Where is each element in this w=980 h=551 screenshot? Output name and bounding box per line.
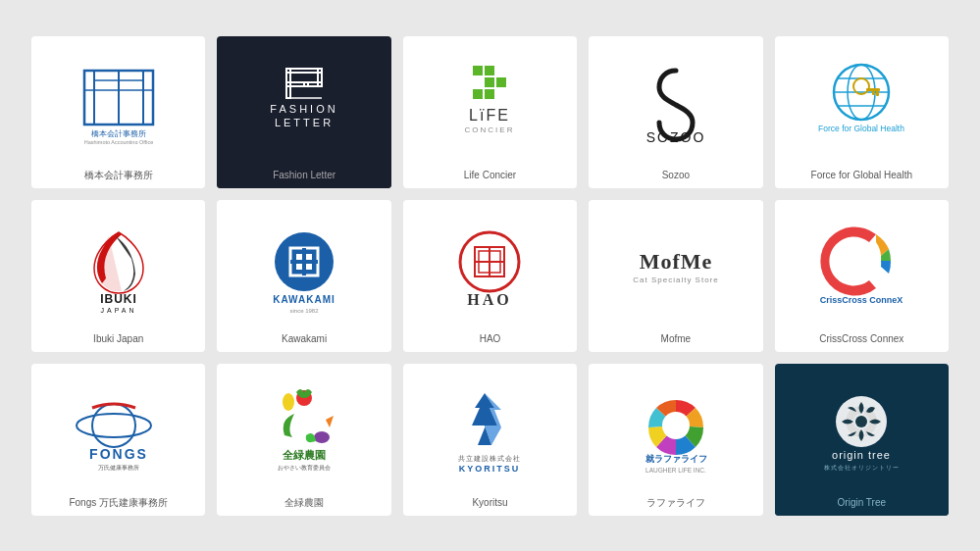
svg-rect-41 (290, 260, 318, 264)
svg-text:FONGS: FONGS (89, 446, 148, 462)
logo-label-hashimoto: 橋本会計事務所 (80, 164, 157, 188)
logo-label-kawakami: Kawakami (278, 327, 331, 352)
svg-rect-7 (286, 69, 322, 73)
logo-label-crisscross-connex: CrissCross Connex (815, 327, 907, 352)
logo-image-mofme: MofMe Cat Specialty Store (589, 200, 762, 327)
svg-rect-19 (485, 89, 494, 99)
logo-image-hao: HAO (403, 200, 577, 327)
logo-label-zenroku: 全緑農園 (281, 491, 328, 516)
logo-card-sozoo[interactable]: SOZOO SOZOO Sozoo (589, 36, 762, 188)
logo-image-hashimoto: 橋本会計事務所 Hashimoto Accounting Office (31, 36, 205, 164)
svg-text:CrissCross ConneX: CrissCross ConneX (820, 295, 903, 305)
logo-card-fashion-letter[interactable]: FASHION LETTER Fashion Letter (217, 36, 390, 188)
logo-label-life-concier: Life Concier (460, 164, 520, 188)
svg-rect-33 (872, 91, 875, 95)
svg-rect-32 (876, 91, 879, 96)
svg-text:LAUGHER LIFE INC.: LAUGHER LIFE INC. (645, 467, 706, 474)
svg-point-53 (92, 404, 135, 447)
logo-card-crisscross-connex[interactable]: CrissCross ConneX CrissCross Connex (775, 200, 949, 352)
svg-text:共立建設株式会社: 共立建設株式会社 (458, 455, 521, 463)
logo-label-laugher-life: ラファライフ (643, 491, 709, 516)
svg-text:全緑農園: 全緑農園 (283, 449, 326, 461)
logo-image-ibuki-japan: IBUKI JAPAN (31, 200, 205, 327)
svg-point-73 (855, 416, 867, 427)
svg-rect-16 (485, 66, 494, 75)
logo-card-life-concier[interactable]: LïFE CONCIER Life Concier (403, 36, 577, 188)
svg-point-60 (283, 393, 294, 411)
svg-text:HAO: HAO (468, 291, 512, 308)
svg-text:LïFE: LïFE (470, 107, 511, 124)
svg-point-67 (662, 412, 690, 439)
logo-card-kyoritsu[interactable]: 共立建設株式会社 KYORITSU Kyoritsu (403, 364, 577, 516)
logo-label-force-global-health: Force for Global Health (807, 164, 916, 188)
svg-text:おやさい教育委員会: おやさい教育委員会 (278, 464, 331, 471)
svg-text:橋本会計事務所: 橋本会計事務所 (91, 129, 146, 138)
logo-card-hashimoto[interactable]: 橋本会計事務所 Hashimoto Accounting Office 橋本会計… (31, 36, 205, 188)
logo-grid: 橋本会計事務所 Hashimoto Accounting Office 橋本会計… (0, 9, 980, 543)
logo-label-fashion-letter: Fashion Letter (217, 164, 390, 188)
svg-text:Force for Global Health: Force for Global Health (818, 124, 904, 133)
logo-image-laugher-life: 就ラファライフ LAUGHER LIFE INC. (589, 364, 762, 491)
svg-text:MofMe: MofMe (640, 249, 713, 274)
svg-text:Cat Specialty Store: Cat Specialty Store (633, 276, 718, 284)
logo-label-hao: HAO (476, 327, 505, 352)
svg-rect-18 (473, 89, 483, 99)
logo-card-force-global-health[interactable]: Force for Global Health Force for Global… (775, 36, 949, 188)
logo-label-origin-tree: Origin Tree (775, 491, 949, 516)
logo-card-fongs[interactable]: FONGS 万氏健康事務所 Fongs 万氏建康事務所 (31, 364, 205, 516)
logo-image-force-global-health: Force for Global Health (775, 36, 949, 164)
svg-text:万氏健康事務所: 万氏健康事務所 (98, 464, 139, 471)
svg-point-59 (314, 431, 330, 443)
svg-text:Hashimoto Accounting Office: Hashimoto Accounting Office (83, 139, 153, 144)
svg-text:就ラファライフ: 就ラファライフ (645, 454, 706, 464)
logo-card-ibuki-japan[interactable]: IBUKI JAPAN Ibuki Japan (31, 200, 205, 352)
logo-card-mofme[interactable]: MofMe Cat Specialty Store Mofme (589, 200, 762, 352)
svg-text:KAWAKAMI: KAWAKAMI (273, 294, 335, 305)
svg-rect-11 (304, 82, 322, 86)
svg-rect-15 (473, 66, 483, 75)
logo-card-kawakami[interactable]: KAWAKAMI since 1982 Kawakami (217, 200, 390, 352)
svg-text:JAPAN: JAPAN (100, 307, 136, 313)
svg-text:FASHION: FASHION (270, 103, 337, 115)
svg-point-54 (77, 414, 151, 437)
logo-label-ibuki-japan: Ibuki Japan (89, 327, 147, 352)
logo-label-mofme: Mofme (657, 327, 696, 352)
logo-image-fongs: FONGS 万氏健康事務所 (31, 364, 205, 491)
logo-image-kyoritsu: 共立建設株式会社 KYORITSU (403, 364, 577, 491)
svg-rect-31 (866, 88, 880, 91)
logo-image-crisscross-connex: CrissCross ConneX (775, 200, 949, 327)
svg-text:origin tree: origin tree (832, 449, 891, 461)
logo-image-zenroku: 全緑農園 おやさい教育委員会 (217, 364, 390, 491)
logo-card-hao[interactable]: HAO HAO (403, 200, 577, 352)
logo-card-zenroku[interactable]: 全緑農園 おやさい教育委員会 全緑農園 (217, 364, 390, 516)
svg-text:KYORITSU: KYORITSU (459, 464, 521, 474)
logo-label-kyoritsu: Kyoritsu (468, 491, 511, 516)
svg-rect-17 (485, 77, 494, 87)
svg-rect-20 (496, 77, 506, 87)
svg-text:株式会社オリジントリー: 株式会社オリジントリー (823, 465, 900, 471)
logo-image-fashion-letter: FASHION LETTER (217, 36, 390, 164)
logo-image-kawakami: KAWAKAMI since 1982 (217, 200, 390, 327)
logo-label-sozoo: Sozoo (658, 164, 694, 188)
svg-text:LETTER: LETTER (275, 117, 334, 128)
logo-image-life-concier: LïFE CONCIER (403, 36, 577, 164)
logo-card-origin-tree[interactable]: origin tree 株式会社オリジントリー Origin Tree (775, 364, 949, 516)
logo-image-origin-tree: origin tree 株式会社オリジントリー (775, 364, 949, 491)
logo-label-fongs: Fongs 万氏建康事務所 (65, 491, 172, 516)
logo-image-sozoo: SOZOO SOZOO (589, 36, 762, 164)
svg-text:CONCIER: CONCIER (465, 125, 515, 134)
svg-text:since 1982: since 1982 (290, 308, 320, 313)
svg-text:IBUKI: IBUKI (100, 292, 137, 306)
logo-card-laugher-life[interactable]: 就ラファライフ LAUGHER LIFE INC. ラファライフ (589, 364, 762, 516)
svg-text:SOZOO: SOZOO (646, 129, 706, 144)
